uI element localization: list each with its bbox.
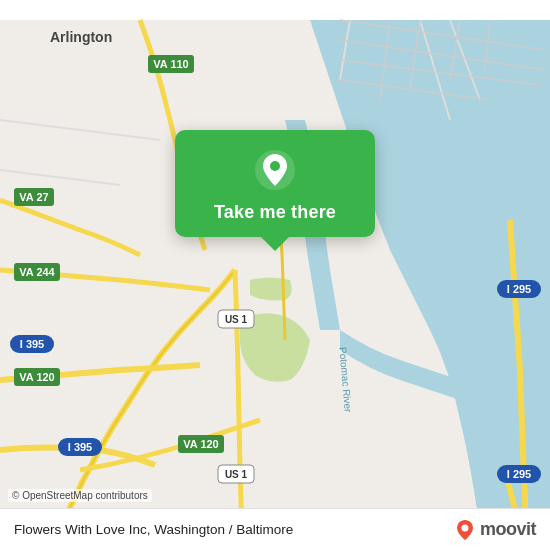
- map-background: VA 110 VA 27 VA 244 VA 120 VA 120 I 395 …: [0, 0, 550, 550]
- place-name: Flowers With Love Inc, Washington / Balt…: [14, 522, 293, 537]
- location-card[interactable]: Take me there: [175, 130, 375, 237]
- svg-text:VA 244: VA 244: [19, 266, 55, 278]
- svg-text:VA 110: VA 110: [153, 58, 188, 70]
- card-label: Take me there: [214, 202, 336, 223]
- location-pin-icon: [253, 148, 297, 192]
- svg-point-40: [461, 524, 468, 531]
- svg-text:US 1: US 1: [225, 314, 248, 325]
- svg-text:Arlington: Arlington: [50, 29, 112, 45]
- svg-text:I 295: I 295: [507, 283, 531, 295]
- svg-text:VA 27: VA 27: [19, 191, 48, 203]
- svg-text:VA 120: VA 120: [19, 371, 54, 383]
- svg-text:US 1: US 1: [225, 469, 248, 480]
- bottom-bar: Flowers With Love Inc, Washington / Balt…: [0, 508, 550, 550]
- moovit-text: moovit: [480, 519, 536, 540]
- svg-text:I 395: I 395: [20, 338, 44, 350]
- svg-text:I 395: I 395: [68, 441, 92, 453]
- moovit-logo: moovit: [454, 519, 536, 541]
- svg-point-39: [270, 161, 280, 171]
- svg-text:I 295: I 295: [507, 468, 531, 480]
- svg-text:VA 120: VA 120: [183, 438, 218, 450]
- moovit-pin-icon: [454, 519, 476, 541]
- place-info: Flowers With Love Inc, Washington / Balt…: [14, 522, 293, 537]
- map-container: VA 110 VA 27 VA 244 VA 120 VA 120 I 395 …: [0, 0, 550, 550]
- osm-attribution: © OpenStreetMap contributors: [8, 489, 152, 502]
